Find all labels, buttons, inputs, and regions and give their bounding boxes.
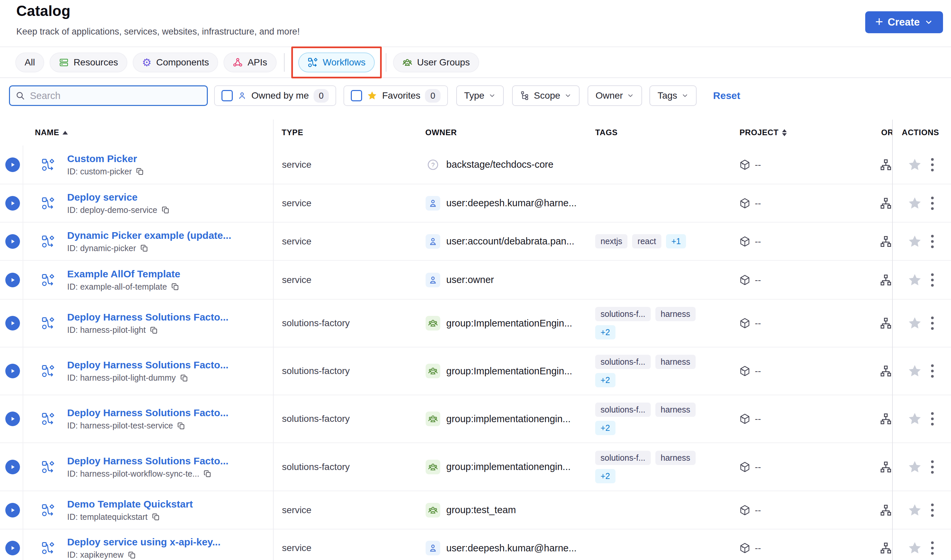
owner-dropdown[interactable]: Owner: [588, 85, 642, 106]
reset-filters-link[interactable]: Reset: [713, 90, 741, 101]
column-name[interactable]: NAME: [35, 120, 68, 146]
row-menu-button[interactable]: [931, 491, 934, 529]
copy-icon[interactable]: [171, 282, 179, 291]
run-workflow-button[interactable]: [5, 234, 20, 249]
run-workflow-button[interactable]: [5, 541, 20, 555]
create-button[interactable]: + Create: [865, 11, 943, 33]
copy-icon[interactable]: [128, 551, 136, 559]
favorites-filter[interactable]: Favorites 0: [343, 85, 448, 106]
workflow-name-link[interactable]: Dynamic Picker example (update...: [67, 230, 232, 241]
run-workflow-button[interactable]: [5, 157, 20, 172]
workflow-name-link[interactable]: Deploy service: [67, 192, 137, 203]
favorite-star-icon[interactable]: [907, 234, 922, 249]
run-workflow-button[interactable]: [5, 460, 20, 474]
org-chart-icon[interactable]: [880, 274, 892, 286]
tab-resources[interactable]: Resources: [49, 52, 127, 72]
type-value: solutions-factory: [282, 348, 350, 395]
tags-dropdown[interactable]: Tags: [649, 85, 696, 106]
row-menu-button[interactable]: [931, 223, 934, 260]
table-header: NAME TYPE OWNER TAGS PROJECT OR ACTIONS: [0, 120, 951, 146]
workflow-name-link[interactable]: Deploy Harness Solutions Facto...: [67, 455, 228, 467]
more-tags-pill[interactable]: +2: [595, 469, 616, 483]
copy-icon[interactable]: [151, 512, 160, 521]
run-workflow-button[interactable]: [5, 316, 20, 331]
copy-icon[interactable]: [180, 374, 188, 382]
more-tags-pill[interactable]: +1: [666, 234, 686, 248]
row-menu-button[interactable]: [931, 146, 934, 184]
workflow-name-link[interactable]: Custom Picker: [67, 153, 137, 165]
workflow-name-link[interactable]: Deploy Harness Solutions Facto...: [67, 359, 228, 371]
more-tags-pill[interactable]: +2: [595, 421, 616, 435]
cube-icon: [739, 461, 751, 473]
entity-id: ID: harness-pilot-light: [67, 325, 146, 335]
row-menu-button[interactable]: [931, 348, 934, 395]
org-chart-icon[interactable]: [880, 461, 892, 473]
favorite-star-icon[interactable]: [907, 411, 922, 426]
owned-by-me-checkbox[interactable]: [221, 90, 233, 101]
column-project[interactable]: PROJECT: [739, 120, 787, 146]
org-chart-icon[interactable]: [880, 365, 892, 377]
row-menu-button[interactable]: [931, 300, 934, 347]
row-menu-button[interactable]: [931, 185, 934, 222]
row-menu-button[interactable]: [931, 443, 934, 491]
search-box[interactable]: [9, 85, 208, 106]
workflow-name-link[interactable]: Example AllOf Template: [67, 268, 180, 280]
run-workflow-button[interactable]: [5, 364, 20, 378]
org-chart-icon[interactable]: [880, 158, 892, 171]
tag-pill: solutions-f...: [595, 403, 651, 417]
favorites-checkbox[interactable]: [351, 90, 362, 101]
row-menu-button[interactable]: [931, 261, 934, 299]
favorite-star-icon[interactable]: [907, 363, 922, 378]
favorite-star-icon[interactable]: [907, 195, 922, 211]
entity-id: ID: templatequickstart: [67, 512, 148, 522]
row-menu-button[interactable]: [931, 529, 934, 560]
workflow-icon: [41, 541, 55, 555]
run-workflow-button[interactable]: [5, 503, 20, 517]
favorite-star-icon[interactable]: [907, 503, 922, 518]
favorite-star-icon[interactable]: [907, 272, 922, 288]
row-menu-button[interactable]: [931, 395, 934, 442]
table-row: Deploy Harness Solutions Facto... ID: ha…: [0, 443, 951, 491]
scope-dropdown[interactable]: Scope: [512, 85, 580, 106]
workflow-name-link[interactable]: Demo Template Quickstart: [67, 498, 193, 510]
copy-icon[interactable]: [140, 244, 149, 252]
copy-icon[interactable]: [150, 326, 158, 334]
copy-icon[interactable]: [161, 206, 170, 214]
org-chart-icon[interactable]: [880, 235, 892, 248]
more-tags-pill[interactable]: +2: [595, 325, 616, 340]
search-input[interactable]: [29, 90, 202, 102]
favorite-star-icon[interactable]: [907, 315, 922, 331]
type-value: service: [282, 261, 312, 299]
workflow-name-link[interactable]: Deploy Harness Solutions Facto...: [67, 407, 228, 418]
org-chart-icon[interactable]: [880, 412, 892, 425]
org-chart-icon[interactable]: [880, 504, 892, 517]
workflow-icon: [41, 158, 55, 172]
tab-resources-label: Resources: [74, 57, 118, 68]
run-workflow-button[interactable]: [5, 196, 20, 211]
copy-icon[interactable]: [203, 469, 212, 478]
org-chart-icon[interactable]: [880, 197, 892, 209]
favorite-star-icon[interactable]: [907, 157, 922, 172]
owned-by-me-filter[interactable]: Owned by me 0: [214, 85, 336, 106]
favorite-star-icon[interactable]: [907, 540, 922, 556]
favorite-star-icon[interactable]: [907, 459, 922, 475]
copy-icon[interactable]: [177, 422, 185, 430]
copy-icon[interactable]: [136, 167, 144, 176]
org-chart-icon[interactable]: [880, 542, 892, 554]
tab-apis[interactable]: APIs: [224, 52, 276, 72]
workflow-icon: [41, 503, 55, 517]
tab-all[interactable]: All: [15, 52, 44, 72]
tab-user-groups[interactable]: User Groups: [393, 52, 479, 72]
run-workflow-button[interactable]: [5, 412, 20, 426]
type-dropdown[interactable]: Type: [456, 85, 504, 106]
workflow-name-link[interactable]: Deploy Harness Solutions Facto...: [67, 312, 228, 323]
tab-components[interactable]: ⚙ Components: [133, 52, 218, 72]
user-icon: [426, 234, 440, 249]
hierarchy-icon: [520, 91, 530, 101]
run-workflow-button[interactable]: [5, 273, 20, 287]
tab-workflows[interactable]: Workflows: [298, 52, 375, 72]
workflow-name-link[interactable]: Deploy service using x-api-key...: [67, 537, 221, 548]
org-chart-icon[interactable]: [880, 317, 892, 329]
tags-cell: solutions-f...harness +2: [595, 348, 741, 395]
more-tags-pill[interactable]: +2: [595, 373, 616, 387]
